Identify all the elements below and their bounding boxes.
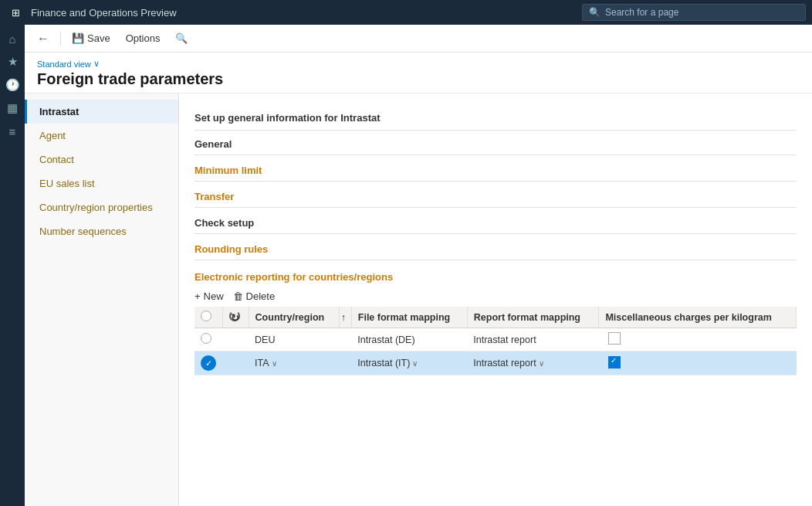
section-rounding-rules: Rounding rules bbox=[195, 237, 797, 260]
er-new-button[interactable]: + New bbox=[195, 290, 224, 302]
section-transfer-header[interactable]: Transfer bbox=[195, 185, 797, 208]
save-label: Save bbox=[87, 32, 110, 44]
options-label: Options bbox=[126, 32, 161, 44]
main-layout: ⌂ ★ 🕐 ▦ ≡ ← 💾 Save Options 🔍 Standard vi… bbox=[0, 25, 812, 506]
section-minimum-limit-header[interactable]: Minimum limit bbox=[195, 158, 797, 182]
page-header: Standard view ∨ Foreign trade parameters bbox=[25, 53, 812, 93]
row-deu-refresh-cell bbox=[222, 328, 249, 351]
content-area: ← 💾 Save Options 🔍 Standard view ∨ Forei… bbox=[25, 25, 812, 506]
row-ita-file-format-chevron-icon: ∨ bbox=[412, 359, 418, 368]
section-check-setup: Check setup bbox=[195, 211, 797, 234]
row-ita-country[interactable]: ITA ∨ bbox=[249, 351, 339, 375]
header-radio[interactable] bbox=[201, 311, 211, 321]
section-check-setup-header[interactable]: Check setup bbox=[195, 211, 797, 234]
row-deu-radio-cell[interactable] bbox=[195, 328, 222, 351]
view-chevron-icon: ∨ bbox=[93, 59, 100, 69]
er-section-title: Electronic reporting for countries/regio… bbox=[195, 263, 797, 287]
th-file-format[interactable]: File format mapping bbox=[351, 307, 467, 328]
row-ita-refresh-cell bbox=[222, 351, 249, 375]
icon-sidebar: ⌂ ★ 🕐 ▦ ≡ bbox=[0, 25, 25, 506]
app-title: Finance and Operations Preview bbox=[31, 7, 582, 19]
nav-item-number-sequences[interactable]: Number sequences bbox=[25, 219, 178, 243]
table-row[interactable]: ✓ ITA ∨ bbox=[195, 351, 797, 375]
er-toolbar: + New 🗑 Delete bbox=[195, 287, 797, 307]
toolbar: ← 💾 Save Options 🔍 bbox=[25, 25, 812, 53]
row-ita-indicator: ✓ bbox=[201, 355, 216, 371]
row-ita-misc-cell[interactable] bbox=[599, 351, 797, 375]
row-deu-country-value: DEU bbox=[255, 335, 275, 345]
row-ita-misc-checkbox[interactable] bbox=[608, 356, 621, 368]
row-ita-file-format[interactable]: Intrastat (IT) ∨ bbox=[351, 351, 467, 375]
row-ita-file-format-value: Intrastat (IT) bbox=[357, 358, 410, 368]
th-select bbox=[195, 307, 222, 328]
sidebar-modules-icon[interactable]: ▦ bbox=[2, 97, 23, 119]
nav-item-eu-sales-list[interactable]: EU sales list bbox=[25, 171, 178, 195]
row-ita-sort-cell bbox=[339, 351, 351, 375]
th-misc-charges[interactable]: Miscellaneous charges per kilogram bbox=[599, 307, 797, 328]
er-new-label: New bbox=[204, 290, 224, 302]
sidebar-home-icon[interactable]: ⌂ bbox=[2, 28, 23, 49]
refresh-icon[interactable]: ↻ bbox=[229, 311, 240, 321]
nav-item-agent[interactable]: Agent bbox=[25, 124, 178, 148]
section-transfer: Transfer bbox=[195, 185, 797, 208]
row-deu-file-format-value: Intrastat (DE) bbox=[357, 335, 414, 345]
th-report-format[interactable]: Report format mapping bbox=[467, 307, 599, 328]
section-rounding-rules-header[interactable]: Rounding rules bbox=[195, 237, 797, 260]
toolbar-search-button[interactable]: 🔍 bbox=[171, 31, 192, 46]
row-ita-indicator-cell: ✓ bbox=[195, 351, 222, 375]
row-ita-country-dropdown[interactable]: ITA ∨ bbox=[255, 358, 333, 368]
row-deu-misc-checkbox[interactable] bbox=[608, 332, 621, 345]
row-ita-report-format-value: Intrastat report bbox=[473, 358, 536, 368]
row-deu-radio[interactable] bbox=[201, 333, 211, 344]
row-deu-file-format[interactable]: Intrastat (DE) bbox=[351, 328, 467, 351]
row-ita-report-format-dropdown[interactable]: Intrastat report ∨ bbox=[473, 358, 593, 368]
nav-item-intrastat[interactable]: Intrastat bbox=[25, 100, 178, 124]
search-placeholder: Search for a page bbox=[605, 7, 678, 18]
sort-up-icon: ↑ bbox=[341, 312, 346, 323]
toolbar-separator-1 bbox=[60, 32, 61, 46]
section-minimum-limit: Minimum limit bbox=[195, 158, 797, 182]
row-deu-report-format[interactable]: Intrastat report bbox=[467, 328, 599, 351]
global-search-bar[interactable]: 🔍 Search for a page bbox=[582, 4, 806, 21]
apps-grid-icon[interactable]: ⊞ bbox=[6, 3, 25, 22]
back-button[interactable]: ← bbox=[32, 30, 54, 47]
sidebar-list-icon[interactable]: ≡ bbox=[2, 121, 23, 142]
right-panel: Set up general information for Intrastat… bbox=[179, 93, 812, 506]
page-title: Foreign trade parameters bbox=[37, 70, 800, 88]
th-report-format-label: Report format mapping bbox=[474, 312, 580, 323]
body: Intrastat Agent Contact EU sales list Co… bbox=[25, 93, 812, 506]
nav-item-country-region-properties[interactable]: Country/region properties bbox=[25, 195, 178, 219]
th-country-region[interactable]: Country/region bbox=[249, 307, 339, 328]
row-ita-file-format-dropdown[interactable]: Intrastat (IT) ∨ bbox=[357, 358, 461, 368]
er-section: Electronic reporting for countries/regio… bbox=[195, 263, 797, 375]
search-icon: 🔍 bbox=[589, 7, 601, 18]
row-deu-sort-cell bbox=[339, 328, 351, 351]
delete-icon: 🗑 bbox=[233, 290, 243, 302]
sidebar-favorites-icon[interactable]: ★ bbox=[2, 51, 23, 73]
row-ita-report-format[interactable]: Intrastat report ∨ bbox=[467, 351, 599, 375]
th-sort[interactable]: ↑ bbox=[339, 307, 351, 328]
view-label-text: Standard view bbox=[37, 59, 91, 69]
er-delete-label: Delete bbox=[246, 290, 276, 302]
er-table: ↻ Country/region ↑ File format mapping bbox=[195, 307, 797, 375]
view-selector[interactable]: Standard view ∨ bbox=[37, 59, 800, 69]
row-deu-misc-cell[interactable] bbox=[599, 328, 797, 351]
section-intro: Set up general information for Intrastat bbox=[195, 106, 797, 131]
left-nav: Intrastat Agent Contact EU sales list Co… bbox=[25, 93, 179, 506]
save-button[interactable]: 💾 Save bbox=[67, 31, 115, 46]
th-country-region-label: Country/region bbox=[255, 312, 325, 323]
section-general: General bbox=[195, 132, 797, 155]
table-header-row: ↻ Country/region ↑ File format mapping bbox=[195, 307, 797, 328]
th-misc-charges-label: Miscellaneous charges per kilogram bbox=[605, 312, 771, 323]
sidebar-recent-icon[interactable]: 🕐 bbox=[2, 74, 23, 96]
options-button[interactable]: Options bbox=[121, 31, 165, 46]
save-icon: 💾 bbox=[72, 32, 84, 44]
row-ita-country-chevron-icon: ∨ bbox=[272, 359, 277, 368]
section-general-header[interactable]: General bbox=[195, 132, 797, 155]
table-row[interactable]: DEU Intrastat (DE) Intrastat report bbox=[195, 328, 797, 351]
row-ita-country-value: ITA bbox=[255, 358, 269, 368]
top-bar: ⊞ Finance and Operations Preview 🔍 Searc… bbox=[0, 0, 812, 25]
nav-item-contact[interactable]: Contact bbox=[25, 148, 178, 171]
er-delete-button[interactable]: 🗑 Delete bbox=[233, 290, 276, 302]
row-deu-country[interactable]: DEU bbox=[249, 328, 339, 351]
